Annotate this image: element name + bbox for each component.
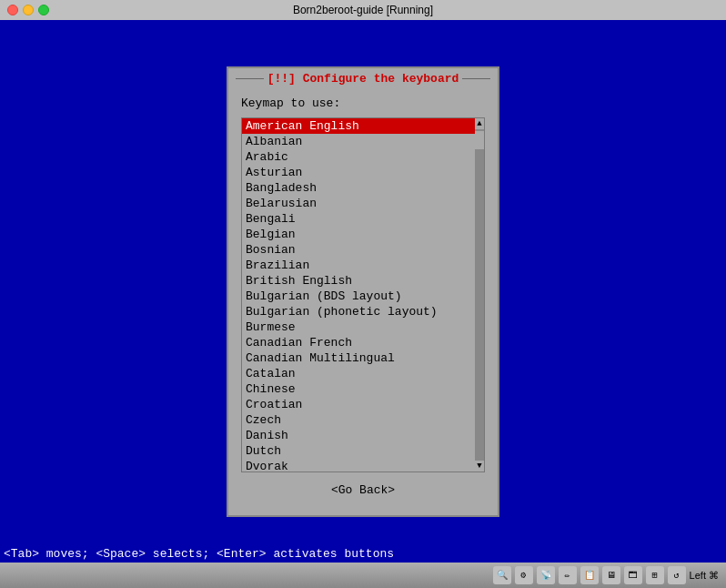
list-item[interactable]: Bosnian — [242, 242, 475, 258]
keymap-label: Keymap to use: — [241, 96, 485, 110]
list-item[interactable]: British English — [242, 273, 475, 289]
list-item[interactable]: Bengali — [242, 211, 475, 227]
dock-icon-8[interactable]: ⊞ — [646, 566, 664, 584]
list-item[interactable]: Bulgarian (phonetic layout) — [242, 304, 475, 319]
minimize-button[interactable] — [23, 5, 34, 15]
list-item[interactable]: Dvorak — [242, 459, 475, 471]
scroll-track — [475, 129, 484, 461]
list-item[interactable]: Belgian — [242, 227, 475, 242]
list-item[interactable]: Arabic — [242, 149, 475, 165]
keymap-list-container: American EnglishAlbanianArabicAsturianBa… — [241, 117, 485, 472]
go-back-button[interactable]: <Go Back> — [324, 482, 402, 499]
dock-icon-1[interactable]: 🔍 — [493, 566, 511, 584]
dialog-title: [!!] Configure the keyboard — [267, 72, 459, 86]
dock-icon-3[interactable]: 📡 — [537, 566, 555, 584]
list-item[interactable]: Belarusian — [242, 196, 475, 211]
statusbar: <Tab> moves; <Space> selects; <Enter> ac… — [0, 544, 726, 563]
dock-icon-4[interactable]: ✏ — [559, 566, 577, 584]
close-button[interactable] — [7, 5, 18, 15]
titlebar: Born2beroot-guide [Running] — [0, 0, 726, 20]
list-item[interactable]: Bulgarian (BDS layout) — [242, 289, 475, 304]
maximize-button[interactable] — [38, 5, 49, 15]
dock-bar: 🔍 ⚙ 📡 ✏ 📋 🖥 🗔 ⊞ ↺ Left ⌘ — [0, 563, 726, 588]
list-item[interactable]: Canadian Multilingual — [242, 350, 475, 366]
terminal-area: [!!] Configure the keyboard Keymap to us… — [0, 20, 726, 563]
list-item[interactable]: Dutch — [242, 443, 475, 459]
list-item[interactable]: Albanian — [242, 134, 475, 149]
dock-icon-2[interactable]: ⚙ — [515, 566, 533, 584]
dock-icon-9[interactable]: ↺ — [668, 566, 686, 584]
scroll-up-arrow[interactable]: ▲ — [475, 118, 484, 129]
dock-icon-5[interactable]: 📋 — [580, 566, 599, 584]
window-title: Born2beroot-guide [Running] — [293, 4, 433, 16]
keymap-list[interactable]: American EnglishAlbanianArabicAsturianBa… — [242, 118, 475, 471]
status-text: <Tab> moves; <Space> selects; <Enter> ac… — [4, 547, 394, 561]
dialog-titlebar: [!!] Configure the keyboard — [228, 68, 498, 87]
list-item[interactable]: Danish — [242, 428, 475, 443]
scroll-down-arrow[interactable]: ▼ — [475, 461, 484, 471]
list-item[interactable]: Chinese — [242, 381, 475, 397]
list-item[interactable]: Czech — [242, 412, 475, 428]
configure-keyboard-dialog: [!!] Configure the keyboard Keymap to us… — [227, 66, 499, 517]
list-item[interactable]: Brazilian — [242, 258, 475, 273]
list-item[interactable]: Catalan — [242, 366, 475, 381]
list-item[interactable]: American English — [242, 118, 475, 134]
list-item[interactable]: Asturian — [242, 165, 475, 180]
dock-icon-7[interactable]: 🗔 — [624, 566, 642, 584]
scrollbar[interactable]: ▲ ▼ — [475, 118, 484, 471]
scroll-thumb[interactable] — [475, 131, 484, 149]
list-item[interactable]: Burmese — [242, 319, 475, 335]
list-item[interactable]: Croatian — [242, 397, 475, 412]
keyboard-indicator: Left ⌘ — [690, 570, 719, 582]
dialog-content: Keymap to use: American EnglishAlbanianA… — [228, 87, 498, 515]
go-back-container: <Go Back> — [241, 482, 485, 499]
list-item[interactable]: Canadian French — [242, 335, 475, 350]
list-item[interactable]: Bangladesh — [242, 180, 475, 196]
traffic-lights — [7, 5, 49, 15]
dock-icon-6[interactable]: 🖥 — [602, 566, 620, 584]
